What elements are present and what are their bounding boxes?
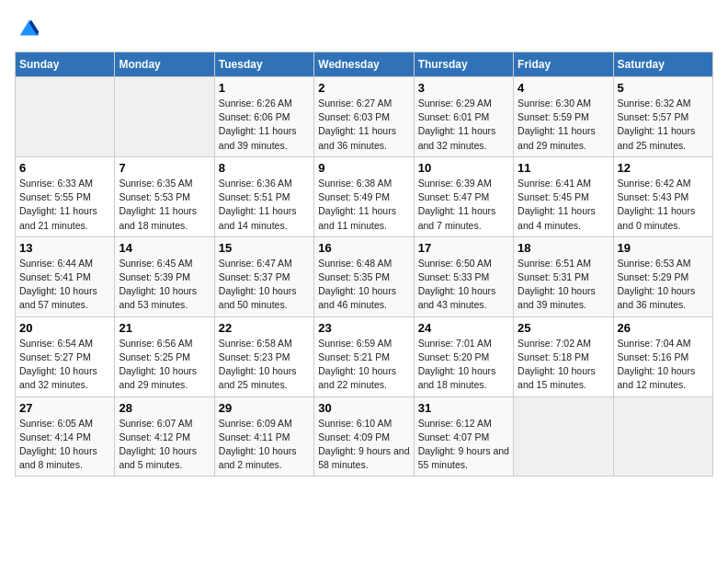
- day-cell: 9Sunrise: 6:38 AMSunset: 5:49 PMDaylight…: [314, 156, 414, 236]
- day-cell: 23Sunrise: 6:59 AMSunset: 5:21 PMDayligh…: [314, 316, 414, 396]
- day-cell: 1Sunrise: 6:26 AMSunset: 6:06 PMDaylight…: [214, 77, 313, 157]
- day-cell: 3Sunrise: 6:29 AMSunset: 6:01 PMDaylight…: [414, 77, 513, 157]
- day-cell: 25Sunrise: 7:02 AMSunset: 5:18 PMDayligh…: [514, 316, 613, 396]
- day-info: Sunrise: 6:12 AMSunset: 4:07 PMDaylight:…: [418, 417, 509, 473]
- day-info: Sunrise: 7:01 AMSunset: 5:20 PMDaylight:…: [418, 337, 509, 393]
- day-cell: 12Sunrise: 6:42 AMSunset: 5:43 PMDayligh…: [613, 156, 712, 236]
- day-cell: 28Sunrise: 6:07 AMSunset: 4:12 PMDayligh…: [115, 396, 214, 477]
- day-info: Sunrise: 6:38 AMSunset: 5:49 PMDaylight:…: [318, 177, 409, 233]
- day-cell: 31Sunrise: 6:12 AMSunset: 4:07 PMDayligh…: [414, 396, 513, 477]
- day-cell: 21Sunrise: 6:56 AMSunset: 5:25 PMDayligh…: [115, 316, 214, 396]
- day-info: Sunrise: 6:26 AMSunset: 6:06 PMDaylight:…: [219, 97, 310, 153]
- day-info: Sunrise: 7:02 AMSunset: 5:18 PMDaylight:…: [518, 337, 609, 393]
- column-header-thursday: Thursday: [414, 52, 513, 77]
- day-number: 10: [418, 161, 509, 175]
- day-cell: 27Sunrise: 6:05 AMSunset: 4:14 PMDayligh…: [16, 396, 115, 477]
- day-cell: 10Sunrise: 6:39 AMSunset: 5:47 PMDayligh…: [414, 156, 513, 236]
- day-number: 21: [119, 321, 210, 335]
- day-info: Sunrise: 6:29 AMSunset: 6:01 PMDaylight:…: [418, 97, 509, 153]
- day-number: 9: [318, 161, 409, 175]
- column-header-sunday: Sunday: [16, 52, 115, 77]
- day-info: Sunrise: 6:27 AMSunset: 6:03 PMDaylight:…: [318, 97, 409, 153]
- day-cell: 15Sunrise: 6:47 AMSunset: 5:37 PMDayligh…: [214, 236, 313, 316]
- week-row-1: 1Sunrise: 6:26 AMSunset: 6:06 PMDaylight…: [16, 77, 713, 157]
- day-cell: 16Sunrise: 6:48 AMSunset: 5:35 PMDayligh…: [314, 236, 414, 316]
- day-number: 15: [219, 241, 310, 255]
- day-cell: 5Sunrise: 6:32 AMSunset: 5:57 PMDaylight…: [613, 77, 712, 157]
- day-number: 7: [119, 161, 210, 175]
- day-number: 20: [19, 321, 110, 335]
- day-cell: 2Sunrise: 6:27 AMSunset: 6:03 PMDaylight…: [314, 77, 414, 157]
- day-cell: [514, 396, 613, 477]
- day-cell: 30Sunrise: 6:10 AMSunset: 4:09 PMDayligh…: [314, 396, 414, 477]
- day-info: Sunrise: 6:59 AMSunset: 5:21 PMDaylight:…: [318, 337, 409, 393]
- day-cell: 6Sunrise: 6:33 AMSunset: 5:55 PMDaylight…: [16, 156, 115, 236]
- column-header-saturday: Saturday: [613, 52, 712, 77]
- day-number: 3: [418, 81, 509, 95]
- day-info: Sunrise: 6:10 AMSunset: 4:09 PMDaylight:…: [318, 417, 409, 473]
- day-info: Sunrise: 6:56 AMSunset: 5:25 PMDaylight:…: [119, 337, 210, 393]
- day-number: 25: [518, 321, 609, 335]
- day-info: Sunrise: 6:50 AMSunset: 5:33 PMDaylight:…: [418, 257, 509, 313]
- day-cell: 22Sunrise: 6:58 AMSunset: 5:23 PMDayligh…: [214, 316, 313, 396]
- day-info: Sunrise: 6:44 AMSunset: 5:41 PMDaylight:…: [19, 257, 110, 313]
- day-number: 1: [219, 81, 310, 95]
- day-info: Sunrise: 6:54 AMSunset: 5:27 PMDaylight:…: [19, 337, 110, 393]
- day-cell: 18Sunrise: 6:51 AMSunset: 5:31 PMDayligh…: [514, 236, 613, 316]
- day-number: 12: [618, 161, 709, 175]
- logo-icon: [17, 15, 42, 40]
- day-cell: 17Sunrise: 6:50 AMSunset: 5:33 PMDayligh…: [414, 236, 513, 316]
- day-info: Sunrise: 6:35 AMSunset: 5:53 PMDaylight:…: [119, 177, 210, 233]
- day-info: Sunrise: 6:07 AMSunset: 4:12 PMDaylight:…: [119, 417, 210, 473]
- day-cell: 7Sunrise: 6:35 AMSunset: 5:53 PMDaylight…: [115, 156, 214, 236]
- logo: [15, 15, 42, 40]
- day-cell: 26Sunrise: 7:04 AMSunset: 5:16 PMDayligh…: [613, 316, 712, 396]
- day-info: Sunrise: 6:32 AMSunset: 5:57 PMDaylight:…: [618, 97, 709, 153]
- day-info: Sunrise: 6:05 AMSunset: 4:14 PMDaylight:…: [19, 417, 110, 473]
- day-number: 30: [318, 401, 409, 415]
- day-cell: 11Sunrise: 6:41 AMSunset: 5:45 PMDayligh…: [514, 156, 613, 236]
- day-cell: 14Sunrise: 6:45 AMSunset: 5:39 PMDayligh…: [115, 236, 214, 316]
- week-row-4: 20Sunrise: 6:54 AMSunset: 5:27 PMDayligh…: [16, 316, 713, 396]
- day-number: 16: [318, 241, 409, 255]
- week-row-2: 6Sunrise: 6:33 AMSunset: 5:55 PMDaylight…: [16, 156, 713, 236]
- header-row: SundayMondayTuesdayWednesdayThursdayFrid…: [16, 52, 713, 77]
- day-cell: [115, 77, 214, 157]
- day-number: 13: [19, 241, 110, 255]
- day-cell: [613, 396, 712, 477]
- day-info: Sunrise: 6:36 AMSunset: 5:51 PMDaylight:…: [219, 177, 310, 233]
- day-number: 4: [518, 81, 609, 95]
- day-number: 29: [219, 401, 310, 415]
- day-number: 14: [119, 241, 210, 255]
- day-number: 27: [19, 401, 110, 415]
- day-info: Sunrise: 6:47 AMSunset: 5:37 PMDaylight:…: [219, 257, 310, 313]
- day-cell: 20Sunrise: 6:54 AMSunset: 5:27 PMDayligh…: [16, 316, 115, 396]
- logo-text: [15, 15, 42, 40]
- column-header-wednesday: Wednesday: [314, 52, 414, 77]
- week-row-3: 13Sunrise: 6:44 AMSunset: 5:41 PMDayligh…: [16, 236, 713, 316]
- day-cell: 29Sunrise: 6:09 AMSunset: 4:11 PMDayligh…: [214, 396, 313, 477]
- day-info: Sunrise: 6:39 AMSunset: 5:47 PMDaylight:…: [418, 177, 509, 233]
- column-header-monday: Monday: [115, 52, 214, 77]
- day-cell: [16, 77, 115, 157]
- column-header-tuesday: Tuesday: [214, 52, 313, 77]
- day-info: Sunrise: 6:30 AMSunset: 5:59 PMDaylight:…: [518, 97, 609, 153]
- week-row-5: 27Sunrise: 6:05 AMSunset: 4:14 PMDayligh…: [16, 396, 713, 477]
- column-header-friday: Friday: [514, 52, 613, 77]
- day-cell: 24Sunrise: 7:01 AMSunset: 5:20 PMDayligh…: [414, 316, 513, 396]
- day-info: Sunrise: 6:33 AMSunset: 5:55 PMDaylight:…: [19, 177, 110, 233]
- day-cell: 19Sunrise: 6:53 AMSunset: 5:29 PMDayligh…: [613, 236, 712, 316]
- calendar-table: SundayMondayTuesdayWednesdayThursdayFrid…: [15, 52, 713, 477]
- day-number: 2: [318, 81, 409, 95]
- day-number: 6: [19, 161, 110, 175]
- day-info: Sunrise: 6:42 AMSunset: 5:43 PMDaylight:…: [618, 177, 709, 233]
- day-number: 17: [418, 241, 509, 255]
- day-number: 23: [318, 321, 409, 335]
- day-info: Sunrise: 6:58 AMSunset: 5:23 PMDaylight:…: [219, 337, 310, 393]
- day-number: 31: [418, 401, 509, 415]
- day-cell: 8Sunrise: 6:36 AMSunset: 5:51 PMDaylight…: [214, 156, 313, 236]
- day-number: 24: [418, 321, 509, 335]
- day-info: Sunrise: 6:53 AMSunset: 5:29 PMDaylight:…: [618, 257, 709, 313]
- day-info: Sunrise: 6:51 AMSunset: 5:31 PMDaylight:…: [518, 257, 609, 313]
- page-header: [15, 15, 713, 40]
